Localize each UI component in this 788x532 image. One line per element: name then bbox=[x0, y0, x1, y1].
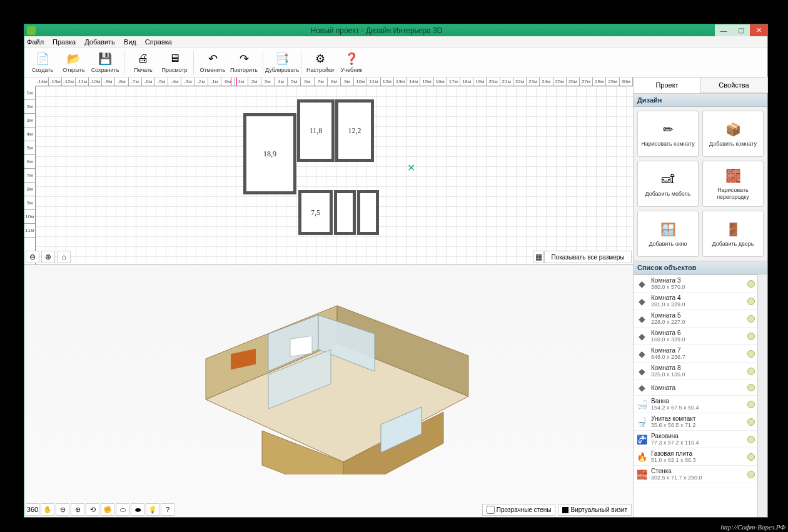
object-list-item[interactable]: ◆Комната bbox=[634, 380, 757, 396]
ruler-vertical: 1м2м3м4м5м6м7м8м9м10м11м bbox=[24, 86, 36, 264]
menu-edit[interactable]: Правка bbox=[53, 38, 76, 46]
zoom-in-button[interactable]: ⊕ bbox=[41, 251, 55, 263]
menu-file[interactable]: Файл bbox=[27, 38, 44, 46]
object-list-item[interactable]: ◆Комната 3380.0 x 570.0 bbox=[634, 275, 757, 293]
object-list-item[interactable]: 🧱Стенка302.5 x 71.7 x 250.0 bbox=[634, 466, 757, 483]
transparent-walls-checkbox[interactable]: Прозрачные стены bbox=[482, 504, 556, 516]
room[interactable]: 7,5 bbox=[298, 190, 333, 235]
room[interactable] bbox=[334, 190, 356, 235]
ruler-h-tick: 18м bbox=[460, 78, 473, 86]
view3d-tool-6[interactable]: ⬭ bbox=[116, 503, 129, 516]
ruler-h-tick: 3м bbox=[261, 78, 275, 86]
close-button[interactable]: ✕ bbox=[750, 24, 767, 36]
object-list-item[interactable]: ◆Комната 4281.0 x 329.0 bbox=[634, 293, 757, 310]
ruler-h-tick: 17м bbox=[447, 78, 460, 86]
menu-help[interactable]: Справка bbox=[145, 38, 172, 46]
transparent-walls-input[interactable] bbox=[487, 506, 495, 514]
visibility-toggle-icon[interactable] bbox=[747, 436, 755, 443]
view3d-tool-5[interactable]: ✊ bbox=[101, 503, 114, 516]
toolbar-dup-button[interactable]: 📑Дублировать bbox=[266, 49, 298, 76]
object-list-scrollbar[interactable] bbox=[757, 274, 767, 517]
tab-properties[interactable]: Свойства bbox=[700, 77, 768, 93]
object-list-item[interactable]: ◆Комната 7648.0 x 236.7 bbox=[634, 345, 757, 363]
draw-partition-button[interactable]: 🧱Нарисовать перегородку bbox=[702, 161, 764, 207]
visibility-toggle-icon[interactable] bbox=[747, 350, 755, 358]
view-3d[interactable]: 360✋⊖⊕⟲✊⬭⬬💡? Прозрачные стены Виртуальны… bbox=[24, 265, 633, 517]
minimize-button[interactable]: — bbox=[715, 24, 732, 36]
home-button[interactable]: ⌂ bbox=[57, 251, 71, 263]
ruler-h-tick: 24м bbox=[540, 78, 553, 86]
toolbar-undo-button[interactable]: ↶Отменить bbox=[197, 49, 228, 76]
visibility-toggle-icon[interactable] bbox=[747, 453, 755, 461]
view3d-tool-3[interactable]: ⊕ bbox=[71, 503, 84, 516]
ruler-h-tick: -3м bbox=[181, 78, 194, 86]
visibility-toggle-icon[interactable] bbox=[747, 471, 755, 478]
object-list-item[interactable]: ◆Комната 5228.0 x 227.0 bbox=[634, 310, 757, 328]
object-list-item[interactable]: 🚰Раковина77.3 x 57.2 x 110.4 bbox=[634, 431, 757, 448]
add-window-icon: 🪟 bbox=[659, 221, 677, 238]
visibility-toggle-icon[interactable] bbox=[747, 280, 755, 288]
toolbar-new-button[interactable]: 📄Создать bbox=[27, 49, 58, 76]
object-name: Унитаз компакт bbox=[651, 415, 747, 422]
plan-2d-view[interactable]: -14м-13м-12м-11м-10м-9м-8м-7м-6м-5м-4м-3… bbox=[24, 78, 633, 265]
toolbar-help-button[interactable]: ❓Учебник bbox=[336, 49, 367, 76]
redo-label: Повторить bbox=[230, 67, 258, 73]
object-list[interactable]: ◆Комната 3380.0 x 570.0◆Комната 4281.0 x… bbox=[634, 274, 757, 517]
view3d-tool-1[interactable]: ✋ bbox=[41, 503, 54, 516]
svg-rect-7 bbox=[290, 336, 312, 356]
add-door-button[interactable]: 🚪Добавить дверь bbox=[702, 211, 764, 257]
visibility-toggle-icon[interactable] bbox=[747, 401, 755, 408]
object-list-item[interactable]: 🚽Унитаз компакт35.6 x 56.5 x 71.2 bbox=[634, 413, 757, 431]
add-room-icon: 📦 bbox=[724, 121, 742, 138]
ruler-h-tick: -14м bbox=[36, 78, 49, 86]
dims-icon: ▦ bbox=[533, 251, 544, 263]
maximize-button[interactable]: ▢ bbox=[732, 24, 750, 36]
add-room-button[interactable]: 📦Добавить комнату bbox=[702, 111, 764, 157]
object-list-item[interactable]: 🛁Ванна154.2 x 67.5 x 50.4 bbox=[634, 396, 757, 413]
room[interactable]: 12,2 bbox=[335, 99, 374, 162]
add-furniture-button[interactable]: 🛋Добавить мебель bbox=[637, 161, 699, 207]
view3d-tool-8[interactable]: 💡 bbox=[146, 503, 159, 516]
visibility-toggle-icon[interactable] bbox=[747, 333, 755, 340]
help-label: Учебник bbox=[341, 67, 362, 73]
visibility-toggle-icon[interactable] bbox=[747, 298, 755, 305]
origin-marker bbox=[231, 78, 237, 86]
view3d-tool-0[interactable]: 360 bbox=[26, 503, 39, 516]
virtual-visit-button[interactable]: Виртуальный визит bbox=[558, 504, 632, 516]
toolbar-preview-button[interactable]: 🖥Просмотр bbox=[159, 49, 190, 76]
menu-add[interactable]: Добавить bbox=[84, 38, 115, 46]
toolbar-print-button[interactable]: 🖨Печать bbox=[128, 49, 159, 76]
toolbar-redo-button[interactable]: ↷Повторить bbox=[228, 49, 260, 76]
visibility-toggle-icon[interactable] bbox=[747, 418, 755, 426]
draw-room-button[interactable]: ✏Нарисовать комнату bbox=[637, 111, 699, 157]
ruler-h-tick: -1м bbox=[208, 78, 221, 86]
toolbar-save-button[interactable]: 💾Сохранить bbox=[89, 49, 121, 76]
ruler-v-tick: 10м bbox=[24, 210, 35, 224]
show-dimensions-toggle[interactable]: Показывать все размеры bbox=[544, 251, 632, 263]
view3d-tool-7[interactable]: ⬬ bbox=[131, 503, 144, 516]
tab-project[interactable]: Проект bbox=[633, 77, 701, 93]
room[interactable]: 11,8 bbox=[297, 99, 335, 162]
menu-view[interactable]: Вид bbox=[124, 38, 136, 46]
add-window-button[interactable]: 🪟Добавить окно bbox=[637, 211, 699, 257]
zoom-out-button[interactable]: ⊖ bbox=[26, 251, 39, 263]
view3d-tool-9[interactable]: ? bbox=[161, 503, 174, 516]
visibility-toggle-icon[interactable] bbox=[747, 315, 755, 323]
ruler-v-tick: 9м bbox=[24, 196, 35, 210]
object-list-item[interactable]: 🔥Газовая плита51.0 x 62.1 x 86.3 bbox=[634, 448, 757, 466]
room[interactable]: 18,9 bbox=[243, 113, 296, 194]
draw-room-icon: ✏ bbox=[659, 121, 677, 138]
visibility-toggle-icon[interactable] bbox=[747, 368, 755, 375]
ruler-h-tick: 7м bbox=[315, 78, 328, 86]
toolbar-settings-button[interactable]: ⚙Настройки bbox=[305, 49, 336, 76]
view3d-tool-2[interactable]: ⊖ bbox=[56, 503, 69, 516]
object-list-item[interactable]: ◆Комната 8325.0 x 135.0 bbox=[634, 363, 757, 380]
object-list-item[interactable]: ◆Комната 6168.0 x 329.0 bbox=[634, 328, 757, 345]
room[interactable] bbox=[357, 190, 379, 235]
settings-label: Настройки bbox=[306, 67, 334, 73]
view3d-tool-4[interactable]: ⟲ bbox=[86, 503, 99, 516]
toolbar-open-button[interactable]: 📂Открыть bbox=[58, 49, 89, 76]
visibility-toggle-icon[interactable] bbox=[747, 384, 755, 391]
object-dims: 35.6 x 56.5 x 71.2 bbox=[651, 422, 747, 428]
object-name: Стенка bbox=[651, 468, 747, 474]
